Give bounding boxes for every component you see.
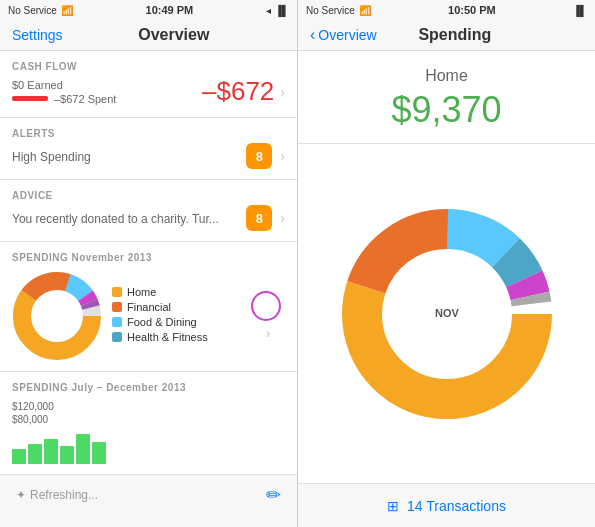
cash-flow-details: $0 Earned –$672 Spent: [12, 79, 202, 105]
advice-section[interactable]: ADVICE You recently donated to a charity…: [0, 180, 297, 242]
alerts-text: High Spending: [12, 150, 91, 164]
edit-icon[interactable]: ✏: [266, 484, 281, 506]
back-chevron-icon: ‹: [310, 26, 315, 44]
alerts-right: 8 ›: [246, 143, 285, 169]
spending-nov-header: SPENDING November 2013: [12, 252, 285, 263]
right-nav-bar: ‹ Overview Spending: [298, 20, 595, 51]
category-name: Home: [310, 67, 583, 85]
svg-point-6: [32, 291, 82, 341]
cash-flow-row[interactable]: $0 Earned –$672 Spent –$672 ›: [12, 76, 285, 107]
advice-right: 8 ›: [246, 205, 285, 231]
left-status-bar: No Service 📶 10:49 PM ◂ ▐▌: [0, 0, 297, 20]
legend-dot-health: [112, 332, 122, 342]
bar-2: [28, 444, 42, 464]
alerts-section[interactable]: ALERTS High Spending 8 ›: [0, 118, 297, 180]
cash-flow-earned: $0 Earned: [12, 79, 202, 91]
legend-label-financial: Financial: [127, 301, 171, 313]
spending-nov-chevron: ›: [266, 325, 271, 341]
bar-6: [92, 442, 106, 464]
legend-label-health: Health & Fitness: [127, 331, 208, 343]
legend-dot-food: [112, 317, 122, 327]
legend-dot-home: [112, 287, 122, 297]
refresh-icon: ✦: [16, 488, 26, 502]
transactions-icon: ⊞: [387, 498, 399, 514]
left-panel: No Service 📶 10:49 PM ◂ ▐▌ Settings Over…: [0, 0, 298, 527]
no-service-label: No Service: [8, 5, 57, 16]
left-bottom-bar: ✦ Refreshing... ✏: [0, 474, 297, 514]
bar-amount-high: $120,000: [12, 401, 285, 412]
legend-item-financial: Financial: [112, 301, 241, 313]
transactions-label[interactable]: 14 Transactions: [407, 498, 506, 514]
alerts-header: ALERTS: [12, 128, 285, 139]
category-header: Home $9,370: [298, 51, 595, 144]
back-label: Overview: [318, 27, 376, 43]
spending-nov-section: SPENDING November 2013: [0, 242, 297, 372]
large-donut-chart: NOV: [337, 204, 557, 424]
settings-back-button[interactable]: Settings: [12, 27, 63, 43]
bar-1: [12, 449, 26, 464]
wifi-icon: 📶: [61, 5, 73, 16]
right-no-service-label: No Service: [306, 5, 355, 16]
large-donut-container: NOV: [298, 144, 595, 483]
cash-flow-chevron: ›: [280, 84, 285, 100]
transactions-bar[interactable]: ⊞ 14 Transactions: [298, 483, 595, 527]
left-status-left: No Service 📶: [8, 5, 73, 16]
overview-back-button[interactable]: ‹ Overview: [310, 26, 377, 44]
spending-legend: Home Financial Food & Dining Health & Fi…: [112, 286, 241, 346]
overview-title: Overview: [138, 26, 209, 44]
alerts-badge: 8: [246, 143, 272, 169]
spending-nov-content: Home Financial Food & Dining Health & Fi…: [12, 271, 285, 361]
cash-flow-bar: [12, 96, 48, 101]
legend-label-food: Food & Dining: [127, 316, 197, 328]
legend-dot-financial: [112, 302, 122, 312]
left-nav-bar: Settings Overview: [0, 20, 297, 51]
location-icon: ◂: [266, 5, 271, 16]
cash-flow-spent-label: –$672 Spent: [54, 93, 116, 105]
advice-text: You recently donated to a charity. Tur..…: [12, 212, 219, 226]
alerts-row[interactable]: High Spending 8 ›: [12, 143, 285, 169]
right-status-bar: No Service 📶 10:50 PM ▐▌: [298, 0, 595, 20]
bar-5: [76, 434, 90, 464]
right-wifi-icon: 📶: [359, 5, 371, 16]
refresh-label: Refreshing...: [30, 488, 98, 502]
advice-badge: 8: [246, 205, 272, 231]
right-status-left: No Service 📶: [306, 5, 371, 16]
right-panel: No Service 📶 10:50 PM ▐▌ ‹ Overview Spen…: [298, 0, 595, 527]
category-amount: $9,370: [310, 89, 583, 131]
spending-range-section: SPENDING July – December 2013 $120,000 $…: [0, 372, 297, 474]
advice-header: ADVICE: [12, 190, 285, 201]
right-time: 10:50 PM: [448, 4, 496, 16]
spending-range-header: SPENDING July – December 2013: [12, 382, 285, 393]
right-status-right: ▐▌: [573, 5, 587, 16]
refresh-indicator: ✦ Refreshing...: [16, 488, 98, 502]
cash-flow-section: CASH FLOW $0 Earned –$672 Spent –$672 ›: [0, 51, 297, 118]
legend-label-home: Home: [127, 286, 156, 298]
donut-center-text: NOV: [435, 306, 460, 318]
small-donut-chart: [12, 271, 102, 361]
cash-flow-amount: –$672: [202, 76, 274, 107]
spending-title: Spending: [418, 26, 491, 44]
left-status-right: ◂ ▐▌: [266, 5, 289, 16]
legend-item-home: Home: [112, 286, 241, 298]
cash-flow-header: CASH FLOW: [12, 61, 285, 72]
alerts-chevron: ›: [280, 148, 285, 164]
cash-flow-spent-row: –$672 Spent: [12, 93, 202, 105]
bar-amount-low: $80,000: [12, 414, 285, 425]
left-time: 10:49 PM: [146, 4, 194, 16]
bar-3: [44, 439, 58, 464]
legend-item-food: Food & Dining: [112, 316, 241, 328]
advice-chevron: ›: [280, 210, 285, 226]
right-battery-icon: ▐▌: [573, 5, 587, 16]
legend-item-health: Health & Fitness: [112, 331, 241, 343]
advice-row[interactable]: You recently donated to a charity. Tur..…: [12, 205, 285, 231]
bar-chart: [12, 429, 285, 464]
bar-amounts: $120,000 $80,000: [12, 401, 285, 425]
selection-circle[interactable]: [251, 291, 281, 321]
battery-icon: ▐▌: [275, 5, 289, 16]
bar-4: [60, 446, 74, 464]
